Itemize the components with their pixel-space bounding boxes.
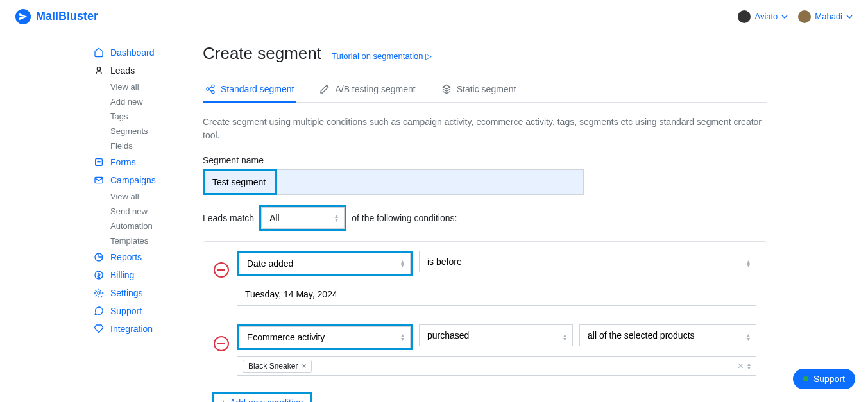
description-text: Create segment using multiple conditions… [203, 115, 767, 142]
operator-select[interactable] [419, 251, 756, 272]
user-icon [94, 65, 104, 76]
support-label: Support [813, 374, 845, 384]
account-name: Aviato [754, 12, 778, 21]
date-input[interactable] [237, 283, 756, 306]
sidebar-item-dashboard[interactable]: Dashboard [94, 44, 190, 62]
user-avatar [798, 10, 811, 23]
nav-label: Support [110, 306, 142, 316]
sidebar-item-campaigns[interactable]: Campaigns [94, 171, 190, 189]
sidebar-sub-campaigns-view-all[interactable]: View all [94, 189, 190, 204]
minus-icon [217, 269, 225, 271]
sidebar-sub-fields[interactable]: Fields [94, 138, 190, 153]
status-dot-icon [803, 376, 808, 381]
gear-icon [94, 288, 104, 298]
nav-label: Leads [110, 65, 135, 76]
layers-icon [441, 84, 452, 94]
tab-label: A/B testing segment [335, 84, 415, 94]
caret-icon: ▴▾ [747, 362, 751, 370]
sidebar-sub-tags[interactable]: Tags [94, 109, 190, 124]
nav-label: Dashboard [110, 47, 155, 58]
sidebar-item-billing[interactable]: Billing [94, 266, 190, 284]
logo-icon [15, 9, 31, 24]
svg-point-10 [212, 91, 214, 94]
plus-icon: + [221, 398, 226, 402]
sidebar-item-support[interactable]: Support [94, 302, 190, 320]
support-widget[interactable]: Support [793, 369, 855, 389]
svg-point-7 [98, 292, 100, 294]
add-condition-button[interactable]: + Add new condition [214, 394, 310, 402]
tab-label: Standard segment [221, 84, 294, 94]
add-condition-label: Add new condition [230, 398, 303, 402]
condition-row: ▴▾ ▴▾ ▴▾ Black Sneaker [203, 315, 767, 385]
sidebar-sub-segments[interactable]: Segments [94, 124, 190, 138]
tab-standard-segment[interactable]: Standard segment [203, 76, 296, 102]
svg-point-0 [97, 67, 100, 71]
segment-name-input[interactable] [205, 171, 275, 193]
nav-label: Campaigns [110, 175, 156, 185]
segment-name-label: Segment name [203, 155, 767, 165]
product-tag-chip: Black Sneaker × [243, 360, 312, 373]
nav-label: Billing [110, 270, 134, 280]
svg-line-12 [209, 90, 212, 92]
chevron-down-icon [846, 13, 853, 20]
nav-label: Reports [110, 252, 142, 262]
pencil-icon [319, 84, 330, 94]
nav-label: Integration [110, 324, 153, 334]
chevron-down-icon [781, 13, 788, 20]
user-name: Mahadi [815, 12, 842, 21]
brand-name: MailBluster [36, 10, 98, 23]
brand-logo[interactable]: MailBluster [15, 9, 98, 24]
sidebar-item-leads[interactable]: Leads [94, 62, 190, 80]
sidebar-item-reports[interactable]: Reports [94, 248, 190, 266]
field-select[interactable] [239, 253, 411, 274]
svg-rect-14 [217, 343, 225, 344]
sidebar-sub-templates[interactable]: Templates [94, 233, 190, 248]
clear-all-icon[interactable]: × [738, 360, 744, 372]
chart-icon [94, 252, 104, 262]
sidebar-item-integration[interactable]: Integration [94, 320, 190, 338]
sidebar-item-forms[interactable]: Forms [94, 153, 190, 171]
tutorial-link[interactable]: Tutorial on segmentation ▷ [332, 51, 432, 61]
condition-row: ▴▾ ▴▾ [203, 242, 767, 315]
svg-point-9 [207, 88, 209, 90]
minus-icon [217, 343, 225, 344]
svg-line-11 [209, 87, 212, 88]
match-select[interactable] [261, 207, 345, 229]
match-suffix: of the following conditions: [352, 213, 457, 223]
tag-remove-icon[interactable]: × [302, 362, 306, 371]
page-title: Create segment [203, 44, 321, 63]
account-avatar [738, 10, 751, 23]
match-prefix: Leads match [203, 213, 254, 223]
remove-condition-button[interactable] [214, 262, 229, 278]
tab-label: Static segment [457, 84, 516, 94]
nav-label: Settings [110, 288, 143, 298]
sidebar-item-settings[interactable]: Settings [94, 284, 190, 302]
dollar-icon [94, 270, 104, 280]
user-menu[interactable]: Mahadi [798, 10, 853, 23]
sidebar-sub-send-new[interactable]: Send new [94, 204, 190, 219]
tab-static-segment[interactable]: Static segment [439, 76, 519, 102]
share-icon [205, 84, 216, 94]
sidebar-sub-view-all[interactable]: View all [94, 80, 190, 94]
svg-point-8 [212, 85, 214, 87]
account-switcher[interactable]: Aviato [738, 10, 788, 23]
nav-label: Forms [110, 157, 136, 167]
tag-label: Black Sneaker [248, 362, 298, 371]
home-icon [94, 47, 104, 58]
diamond-icon [94, 324, 104, 334]
tab-ab-segment[interactable]: A/B testing segment [317, 76, 418, 102]
field-select[interactable] [239, 326, 411, 348]
operator-select[interactable] [419, 324, 573, 346]
chat-icon [94, 306, 104, 316]
form-icon [94, 157, 104, 167]
svg-rect-1 [96, 159, 103, 166]
sidebar-sub-add-new[interactable]: Add new [94, 94, 190, 109]
scope-select[interactable] [579, 324, 756, 346]
product-tag-input[interactable]: Black Sneaker × × ▴▾ [237, 356, 756, 376]
sidebar-sub-automation[interactable]: Automation [94, 219, 190, 233]
svg-rect-13 [217, 269, 225, 271]
mail-icon [94, 175, 104, 185]
remove-condition-button[interactable] [214, 336, 229, 351]
